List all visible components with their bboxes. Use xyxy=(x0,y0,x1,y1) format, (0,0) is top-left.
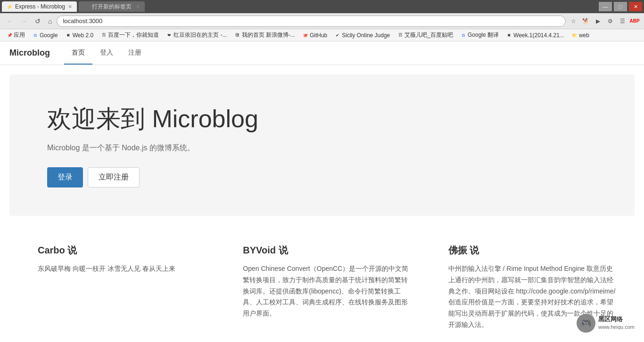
tab-label-2: 打开新的标签页 xyxy=(92,3,132,11)
bookmarks-bar: 📌 应用 G Google ✖ Web 2.0 百 百度一下，你就知道 ❤ 红豆… xyxy=(0,29,644,41)
bookmark-tieba-label: 艾薇儿吧_百度贴吧 xyxy=(405,31,453,39)
web-favicon: 📁 xyxy=(572,33,578,38)
bookmark-baidu-label: 百度一下，你就知道 xyxy=(108,31,159,39)
hongdou-favicon: ❤ xyxy=(166,33,172,38)
bookmark-github[interactable]: 🐙 GitHub xyxy=(300,31,330,40)
tab-label-1: Express - Microblog xyxy=(15,3,65,10)
bookmark-week-label: Week.1(2014.4.21... xyxy=(513,32,564,39)
settings-icon[interactable]: ⚙ xyxy=(604,16,616,27)
forward-button[interactable]: → xyxy=(18,16,30,26)
nav-link-register[interactable]: 注册 xyxy=(121,42,149,65)
tab-inactive[interactable]: 打开新的标签页 ✕ xyxy=(79,1,145,12)
nav-icons: ☆ 🐕 ▶ ⚙ ☰ ABP xyxy=(568,16,640,27)
hero-buttons: 登录 立即注册 xyxy=(47,167,597,187)
baidu-favicon: 百 xyxy=(101,33,107,38)
bookmark-week[interactable]: ✖ Week.1(2014.4.21... xyxy=(504,31,567,40)
testimonial-author-2: BYVoid 说 xyxy=(243,244,410,257)
register-button[interactable]: 立即注册 xyxy=(88,167,140,187)
watermark: 🎮 黑区网络 www.heiqu.com xyxy=(577,314,635,333)
tab-favicon-2 xyxy=(83,4,89,9)
watermark-logo-icon: 🎮 xyxy=(577,314,595,333)
bookmark-hongdou[interactable]: ❤ 红豆依旧在的主页 -... xyxy=(164,30,230,40)
site-nav-links: 首页 登入 注册 xyxy=(64,42,149,65)
abp-icon[interactable]: ABP xyxy=(629,16,640,27)
site-brand: Microblog xyxy=(9,48,50,58)
bookmark-github-label: GitHub xyxy=(310,32,327,39)
testimonial-author-1: Carbo 说 xyxy=(38,244,205,257)
window-controls: — □ ✕ xyxy=(599,2,642,11)
nav-link-login[interactable]: 登入 xyxy=(92,42,121,65)
bookmark-apps-label: 应用 xyxy=(14,31,25,39)
arrow-right-icon[interactable]: ▶ xyxy=(592,16,603,27)
login-button[interactable]: 登录 xyxy=(47,167,83,187)
nav-link-home[interactable]: 首页 xyxy=(64,42,92,65)
home-button[interactable]: ⌂ xyxy=(45,16,55,26)
bookmark-gtranslate-label: Google 翻译 xyxy=(468,31,499,39)
weibo-favicon: 微 xyxy=(235,33,240,38)
apps-favicon: 📌 xyxy=(7,33,12,38)
testimonial-text-1: 东风破早梅 向暖一枝开 冰雪无人见 春从天上来 xyxy=(38,263,205,275)
bookmark-apps[interactable]: 📌 应用 xyxy=(4,30,28,40)
bookmark-gtranslate[interactable]: G Google 翻译 xyxy=(458,30,502,40)
bookmark-web20[interactable]: ✖ Web 2.0 xyxy=(63,31,96,40)
tab-favicon-1: ⚡ xyxy=(7,4,12,9)
address-bar[interactable] xyxy=(57,16,566,27)
testimonial-author-3: 佛振 说 xyxy=(448,244,616,257)
watermark-text: 黑区网络 www.heiqu.com xyxy=(598,315,635,331)
tab-active[interactable]: ⚡ Express - Microblog ✕ xyxy=(2,1,77,12)
star-icon[interactable]: ☆ xyxy=(568,16,579,27)
watermark-url: www.heiqu.com xyxy=(598,324,635,330)
hero-subtitle: Microblog 是一个基于 Node.js 的微博系统。 xyxy=(47,143,597,153)
close-button[interactable]: ✕ xyxy=(629,2,642,11)
bookmark-web[interactable]: 📁 web xyxy=(569,31,592,40)
gtranslate-favicon: G xyxy=(461,33,466,38)
bookmark-web20-label: Web 2.0 xyxy=(73,32,93,39)
maximize-button[interactable]: □ xyxy=(614,2,627,11)
google-favicon: G xyxy=(33,33,38,38)
refresh-button[interactable]: ↺ xyxy=(32,16,43,26)
bookmark-web-label: web xyxy=(579,32,589,39)
testimonial-text-2: Open Chinese Convert（OpenCC）是一个开源的中文简繁转换… xyxy=(243,263,410,319)
bookmark-baidu[interactable]: 百 百度一下，你就知道 xyxy=(98,30,162,40)
bookmark-weibo[interactable]: 微 我的首页 新浪微博-... xyxy=(232,30,298,40)
tab-close-2[interactable]: ✕ xyxy=(136,4,140,10)
testimonial-col-2: BYVoid 说 Open Chinese Convert（OpenCC）是一个… xyxy=(224,244,429,331)
site-content: Microblog 首页 登入 注册 欢迎来到 Microblog Microb… xyxy=(0,41,644,342)
browser-window: ⚡ Express - Microblog ✕ 打开新的标签页 ✕ — □ ✕ … xyxy=(0,0,644,342)
bookmark-tieba[interactable]: 百 艾薇儿吧_百度贴吧 xyxy=(395,30,456,40)
bookmark-google-label: Google xyxy=(40,32,58,39)
bookmark-google[interactable]: G Google xyxy=(30,31,61,40)
nav-bar: ← → ↺ ⌂ ☆ 🐕 ▶ ⚙ ☰ ABP xyxy=(0,13,644,29)
web20-favicon: ✖ xyxy=(66,33,71,38)
github-favicon: 🐙 xyxy=(303,33,308,38)
testimonials-section: Carbo 说 东风破早梅 向暖一枝开 冰雪无人见 春从天上来 BYVoid 说… xyxy=(0,225,644,342)
hero-section: 欢迎来到 Microblog Microblog 是一个基于 Node.js 的… xyxy=(9,74,635,216)
site-navbar: Microblog 首页 登入 注册 xyxy=(0,41,644,65)
watermark-brand: 黑区网络 xyxy=(598,315,635,324)
minimize-button[interactable]: — xyxy=(599,2,612,11)
tieba-favicon: 百 xyxy=(397,33,403,38)
dog-icon[interactable]: 🐕 xyxy=(580,16,591,27)
bookmark-hongdou-label: 红豆依旧在的主页 -... xyxy=(173,31,227,39)
sicily-favicon: ✔ xyxy=(335,33,340,38)
week-favicon: ✖ xyxy=(506,33,512,38)
back-button[interactable]: ← xyxy=(4,16,16,26)
testimonial-col-1: Carbo 说 东风破早梅 向暖一枝开 冰雪无人见 春从天上来 xyxy=(9,244,224,331)
bookmark-weibo-label: 我的首页 新浪微博-... xyxy=(242,31,295,39)
menu-icon[interactable]: ☰ xyxy=(617,16,628,27)
title-bar: ⚡ Express - Microblog ✕ 打开新的标签页 ✕ — □ ✕ xyxy=(0,0,644,13)
bookmark-sicily[interactable]: ✔ Sicily Online Judge xyxy=(332,31,393,40)
hero-title: 欢迎来到 Microblog xyxy=(47,103,597,136)
bookmark-sicily-label: Sicily Online Judge xyxy=(342,32,390,39)
tab-close-1[interactable]: ✕ xyxy=(68,4,72,10)
